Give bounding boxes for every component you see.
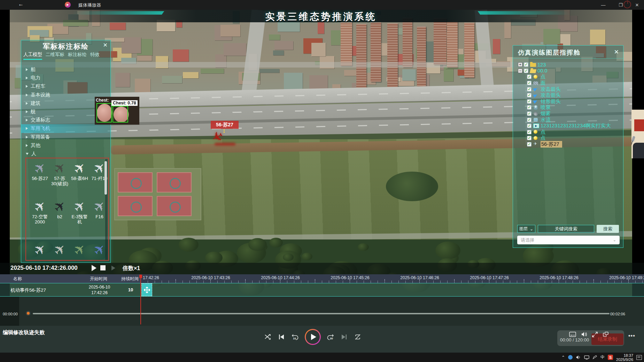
tree-item-攻击箭头[interactable]: 攻击箭头 [513,92,624,99]
model-item[interactable]: ✈ [50,243,70,257]
model-item[interactable]: ✈ [70,243,90,257]
shuffle-off-icon[interactable] [264,333,272,341]
checkbox-checked-icon[interactable] [524,69,528,73]
minimize-button[interactable]: — [596,0,610,10]
ruler-label: 2025-06-10 17:44:26 [261,275,300,280]
model-item-72-空警2000[interactable]: ✈72-空警2000 [30,199,50,225]
subtitles-icon[interactable] [569,332,576,337]
checkbox-checked-icon[interactable] [527,87,532,92]
tree-expander-icon[interactable]: − [518,69,522,73]
category-label: 电力 [31,75,40,81]
mini-player-icon[interactable] [603,332,608,337]
model-item[interactable]: ✈ [30,243,50,257]
keyword-search-input[interactable]: 关键词搜索 [538,225,594,233]
play-button[interactable] [305,329,321,345]
sogou-input-icon[interactable]: S [608,355,613,360]
model-item-b2[interactable]: ✈b2 [50,199,70,219]
category-item-其他[interactable]: 其他 [21,141,111,150]
previous-track-icon[interactable] [278,333,285,341]
tray-network-icon[interactable] [584,355,589,360]
fullscreen-icon[interactable] [592,332,598,337]
checkbox-checked-icon[interactable] [527,74,532,79]
category-item-船[interactable]: 船 [21,65,111,74]
tree-item-1231231231231234啊实打实大[interactable]: 1231231231231234啊实打实大 [513,123,624,129]
model-item-57-苏30(破损)[interactable]: ✈57-苏30(破损) [50,161,70,186]
model-item-56-苏27[interactable]: ✈56-苏27 [30,161,50,181]
volume-icon[interactable] [581,332,587,337]
tree-item-点[interactable]: 点 [513,129,624,135]
checkbox-checked-icon[interactable] [527,105,532,110]
tree-item-点[interactable]: 点 [513,135,624,141]
tray-pen-icon[interactable] [592,355,597,360]
playback-speed[interactable]: 倍数×1 [123,265,140,272]
tree-item-攻击箭头[interactable]: 攻击箭头 [513,86,624,92]
tree-item-56-苏27[interactable]: 56-苏27 [513,141,624,148]
taskbar-clock[interactable]: 18:37 2025/9/26 [616,353,633,362]
event-clip-handle[interactable] [141,283,152,296]
tree-item-面[interactable]: 面 [513,80,624,86]
category-item-军用飞机[interactable]: 军用飞机 [21,124,111,133]
ime-indicator[interactable]: 中 [600,354,605,360]
tree-item-水流[interactable]: 水流 [513,117,624,123]
checkbox-checked-icon[interactable] [527,81,532,85]
map-unit-label[interactable]: 56-苏27 [211,121,239,129]
tree-item-00.0[interactable]: −00.0 [513,68,624,74]
timeline-stop-button[interactable] [100,265,106,270]
category-item-电力[interactable]: 电力 [21,74,111,82]
tray-volume-icon[interactable] [576,355,581,360]
forward-30-icon[interactable]: 30 [327,333,334,341]
tray-app-icon[interactable] [568,355,573,360]
progress-track[interactable] [33,313,610,314]
checkbox-checked-icon[interactable] [527,130,532,134]
search-button[interactable]: 搜索 [597,225,619,233]
model-item-58-轰6H[interactable]: ✈58-轰6H [70,161,90,181]
layer-type-select[interactable]: 图层 ⌄ [517,225,535,233]
tree-expander-icon[interactable]: + [518,62,522,67]
event-start-clock: 17:42:26 [83,290,116,296]
building [162,76,182,84]
checkbox-checked-icon[interactable] [527,118,532,122]
tree-item-点[interactable]: 点 [513,74,624,80]
checkbox-checked-icon[interactable] [527,124,532,128]
left-panel-close-icon[interactable]: ✕ [103,42,108,48]
tree-item-烟雾[interactable]: 烟雾 [513,111,624,117]
progress-slider-handle[interactable] [26,311,31,316]
back-button[interactable]: ← [18,1,24,7]
rewind-10-icon[interactable]: 10 [291,333,299,341]
select-dropdown[interactable]: 请选择 ⌄ [517,236,620,244]
next-track-icon[interactable] [340,333,348,341]
repeat-off-icon[interactable] [354,333,362,341]
scrollbar-thumb[interactable] [104,161,107,195]
category-item-工程车[interactable]: 工程车 [21,82,111,90]
checkbox-checked-icon[interactable] [527,93,532,97]
close-button[interactable]: ✕ [630,0,644,10]
model-item-E-3预警机[interactable]: ✈E-3预警机 [70,199,90,225]
layer-tree: +123−00.0点面攻击箭头攻击箭头钳形箭头喷泉烟雾水流12312312312… [513,62,624,147]
tab-特效[interactable]: 特效 [90,52,100,60]
keyword-search-placeholder: 关键词搜索 [555,226,577,232]
timeline-play-button[interactable] [92,265,96,271]
tree-item-喷泉[interactable]: 喷泉 [513,104,624,111]
tab-二维军标[interactable]: 二维军标 [46,52,64,60]
tree-item-钳形箭头[interactable]: 钳形箭头 [513,99,624,105]
action-center-icon[interactable] [636,355,642,360]
tree-item-123[interactable]: +123 [513,62,624,68]
tab-标注标绘[interactable]: 标注标绘 [68,52,87,60]
checkbox-checked-icon[interactable] [527,136,532,140]
tab-人工模型[interactable]: 人工模型 [23,52,42,60]
checkbox-checked-icon[interactable] [527,99,532,104]
timeline-step-icon[interactable] [111,266,115,270]
more-options-button[interactable]: ••• [628,333,635,339]
model-grid-scrollbar[interactable] [105,159,108,260]
checkbox-checked-icon[interactable] [524,62,528,67]
time-ruler[interactable]: 17:42:262025-06-10 17:43:262025-06-10 17… [141,274,644,283]
category-item-人[interactable]: 人 [21,150,111,158]
timeline-playhead[interactable] [140,275,141,324]
event-row[interactable]: 机动事件56-苏27 2025-06-10 17:42:26 10 [0,283,644,297]
checkbox-checked-icon[interactable] [527,142,532,147]
right-panel-close-icon[interactable]: ✕ [614,48,619,56]
checkbox-checked-icon[interactable] [527,111,532,116]
category-item-军用装备[interactable]: 军用装备 [21,133,111,141]
hidden-icons-chevron[interactable]: ⌃ [561,355,565,360]
timeline-track-area[interactable] [0,297,644,326]
